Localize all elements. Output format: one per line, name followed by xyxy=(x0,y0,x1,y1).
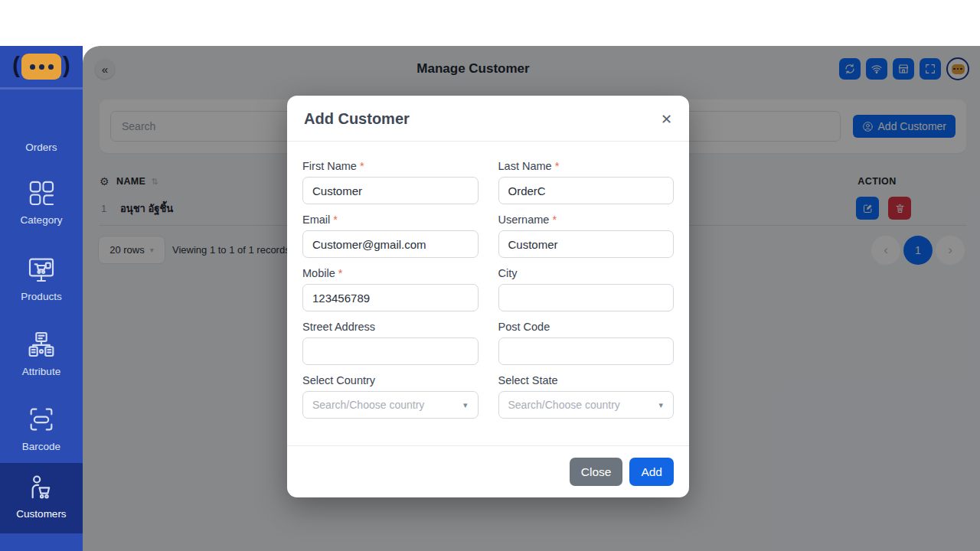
username-field: Username* xyxy=(498,214,675,258)
city-field: City xyxy=(498,267,675,311)
select-state-label: Select State xyxy=(498,374,558,386)
sidebar-item-barcode[interactable]: Barcode xyxy=(0,404,83,452)
close-icon[interactable]: ✕ xyxy=(661,111,672,128)
sidebar-item-label: Category xyxy=(21,214,63,226)
street-address-label: Street Address xyxy=(302,321,375,333)
mobile-input[interactable] xyxy=(302,284,479,311)
chevron-down-icon: ▾ xyxy=(658,400,663,410)
sidebar-item-category[interactable]: Category xyxy=(0,178,83,226)
modal-title: Add Customer xyxy=(304,110,410,128)
street-address-input[interactable] xyxy=(302,337,479,365)
post-code-field: Post Code xyxy=(498,321,675,365)
sidebar-item-orders[interactable]: Orders xyxy=(0,142,83,153)
required-marker: * xyxy=(552,214,557,226)
sidebar-item-label: Products xyxy=(21,291,61,302)
add-button[interactable]: Add xyxy=(629,458,674,486)
post-code-label: Post Code xyxy=(498,321,550,333)
chevron-down-icon: ▾ xyxy=(463,400,468,410)
required-marker: * xyxy=(555,160,560,172)
email-label: Email xyxy=(302,214,330,226)
select-state-field: Select State Search/Choose country ▾ xyxy=(498,374,675,419)
first-name-label: First Name xyxy=(302,160,357,172)
state-select-placeholder: Search/Choose country xyxy=(508,399,620,411)
customers-person-cart-icon xyxy=(26,471,57,504)
attribute-hierarchy-icon xyxy=(26,329,57,362)
select-country-label: Select Country xyxy=(302,374,375,386)
email-field: Email* xyxy=(302,214,479,258)
app-logo[interactable]: ( ) xyxy=(0,46,83,90)
country-select[interactable]: Search/Choose country ▾ xyxy=(302,391,479,419)
username-label: Username xyxy=(498,214,550,226)
country-select-placeholder: Search/Choose country xyxy=(312,399,424,411)
last-name-field: Last Name* xyxy=(498,160,675,204)
modal-footer: Close Add xyxy=(287,445,689,497)
barcode-scan-icon xyxy=(26,404,57,437)
app-canvas: ( ) Orders Category Products Attri xyxy=(0,0,980,551)
select-country-field: Select Country Search/Choose country ▾ xyxy=(302,374,479,419)
city-label: City xyxy=(498,267,518,279)
username-input[interactable] xyxy=(498,230,675,258)
add-customer-modal: Add Customer ✕ First Name* Last Name* Em… xyxy=(287,96,689,497)
first-name-input[interactable] xyxy=(302,177,479,204)
mobile-label: Mobile xyxy=(302,267,335,279)
category-grid-icon xyxy=(26,178,57,210)
sidebar-item-label: Attribute xyxy=(22,366,60,377)
required-marker: * xyxy=(338,267,343,279)
sidebar-item-label: Customers xyxy=(16,508,66,520)
logo-paren-right: ) xyxy=(63,54,70,77)
sidebar-item-customers[interactable]: Customers xyxy=(0,463,83,533)
products-monitor-cart-icon xyxy=(26,254,57,287)
sidebar-item-products[interactable]: Products xyxy=(0,254,83,302)
mobile-field: Mobile* xyxy=(302,267,479,311)
last-name-input[interactable] xyxy=(498,177,675,204)
logo-icon xyxy=(21,54,61,80)
state-select[interactable]: Search/Choose country ▾ xyxy=(498,391,675,419)
required-marker: * xyxy=(360,160,364,172)
last-name-label: Last Name xyxy=(498,160,552,172)
sidebar-item-label: Orders xyxy=(25,142,57,153)
city-input[interactable] xyxy=(498,284,675,311)
sidebar-item-attribute[interactable]: Attribute xyxy=(0,329,83,377)
post-code-input[interactable] xyxy=(498,337,675,365)
modal-header: Add Customer ✕ xyxy=(287,96,689,142)
close-button[interactable]: Close xyxy=(570,458,623,486)
modal-body: First Name* Last Name* Email* Username* … xyxy=(287,142,689,429)
sidebar-item-label: Barcode xyxy=(22,441,60,452)
required-marker: * xyxy=(333,214,338,226)
logo-paren-left: ( xyxy=(12,54,20,77)
street-address-field: Street Address xyxy=(302,321,479,365)
email-input[interactable] xyxy=(302,230,479,258)
first-name-field: First Name* xyxy=(302,160,479,204)
sidebar: ( ) Orders Category Products Attri xyxy=(0,46,83,551)
